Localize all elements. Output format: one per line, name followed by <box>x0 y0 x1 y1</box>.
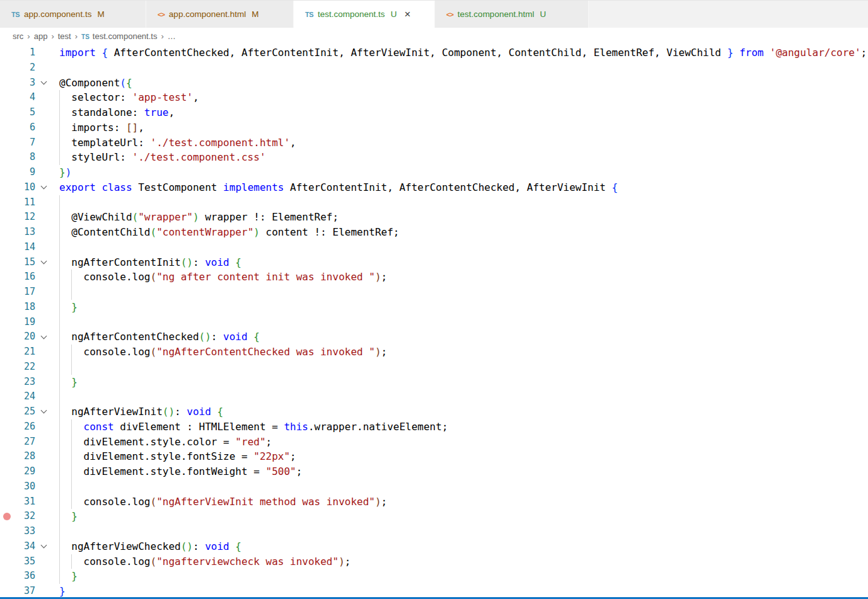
chevron-down-icon[interactable] <box>40 258 47 264</box>
code-content[interactable] <box>52 285 868 300</box>
code-content[interactable]: ngAfterViewInit(): void { <box>52 404 868 419</box>
line-number[interactable]: 9 <box>16 165 35 180</box>
breakpoint-gutter[interactable] <box>0 539 16 554</box>
breakpoint-gutter[interactable] <box>0 509 16 524</box>
line-number[interactable]: 8 <box>16 150 35 165</box>
code-content[interactable] <box>52 195 868 210</box>
breakpoint-gutter[interactable] <box>0 494 16 510</box>
code-content[interactable]: divElement.style.fontWeight = "500"; <box>52 464 868 479</box>
line-number[interactable]: 24 <box>16 389 35 404</box>
fold-gutter[interactable] <box>35 255 52 270</box>
code-content[interactable]: @ViewChild("wrapper") wrapper !: Element… <box>52 210 868 225</box>
breakpoint-gutter[interactable] <box>0 464 16 479</box>
line-number[interactable]: 17 <box>16 285 35 300</box>
code-content[interactable]: } <box>52 509 868 524</box>
line-number[interactable]: 20 <box>16 329 35 345</box>
breakpoint-gutter[interactable] <box>0 479 16 494</box>
code-content[interactable]: ngAfterContentInit(): void { <box>52 255 868 270</box>
line-number[interactable]: 18 <box>16 300 35 315</box>
code-content[interactable]: styleUrl: './test.component.css' <box>52 150 868 165</box>
fold-gutter[interactable] <box>35 76 52 91</box>
code-content[interactable]: import { AfterContentChecked, AfterConte… <box>52 45 868 60</box>
breakpoint-gutter[interactable] <box>0 60 16 76</box>
breakpoint-gutter[interactable] <box>0 76 16 91</box>
code-content[interactable]: @Component({ <box>52 76 868 91</box>
breakpoint-gutter[interactable] <box>0 210 16 225</box>
breakpoint-gutter[interactable] <box>0 150 16 165</box>
line-number[interactable]: 1 <box>16 45 35 60</box>
code-content[interactable] <box>52 524 868 539</box>
line-number[interactable]: 25 <box>16 404 35 419</box>
breakpoint-gutter[interactable] <box>0 345 16 360</box>
line-number[interactable]: 32 <box>16 509 35 524</box>
chevron-down-icon[interactable] <box>40 408 47 414</box>
line-number[interactable]: 4 <box>16 90 35 105</box>
fold-gutter[interactable] <box>35 329 52 345</box>
breakpoint-gutter[interactable] <box>0 45 16 60</box>
code-content[interactable]: templateUrl: './test.component.html', <box>52 135 868 151</box>
tab-test.component.html[interactable]: <>test.component.htmlU <box>435 1 589 28</box>
code-content[interactable]: } <box>52 569 868 584</box>
code-content[interactable]: standalone: true, <box>52 105 868 120</box>
line-number[interactable]: 29 <box>16 464 35 479</box>
tab-test.component.ts[interactable]: TStest.component.tsU× <box>294 1 435 28</box>
fold-gutter[interactable] <box>35 539 52 554</box>
line-number[interactable]: 28 <box>16 449 35 464</box>
code-content[interactable]: }) <box>52 165 868 180</box>
line-number[interactable]: 27 <box>16 435 35 450</box>
code-content[interactable] <box>52 479 868 494</box>
line-number[interactable]: 35 <box>16 554 35 569</box>
breadcrumb-item-[interactable]: … <box>168 31 176 41</box>
line-number[interactable]: 10 <box>16 180 35 195</box>
breakpoint-gutter[interactable] <box>0 285 16 300</box>
breakpoint-gutter[interactable] <box>0 135 16 151</box>
breakpoint-gutter[interactable] <box>0 165 16 180</box>
code-content[interactable]: divElement.style.color = "red"; <box>52 435 868 450</box>
breakpoint-gutter[interactable] <box>0 195 16 210</box>
code-content[interactable]: imports: [], <box>52 120 868 135</box>
line-number[interactable]: 16 <box>16 270 35 285</box>
fold-gutter[interactable] <box>35 404 52 419</box>
line-number[interactable]: 21 <box>16 345 35 360</box>
breakpoint-gutter[interactable] <box>0 180 16 195</box>
line-number[interactable]: 11 <box>16 195 35 210</box>
breakpoint-gutter[interactable] <box>0 270 16 285</box>
line-number[interactable]: 22 <box>16 360 35 375</box>
breakpoint-gutter[interactable] <box>0 120 16 135</box>
tab-app.component.ts[interactable]: TSapp.component.tsM <box>0 1 146 28</box>
line-number[interactable]: 6 <box>16 120 35 135</box>
code-content[interactable]: ngAfterContentChecked(): void { <box>52 329 868 345</box>
code-content[interactable] <box>52 60 868 76</box>
tab-app.component.html[interactable]: <>app.component.htmlM <box>146 1 294 28</box>
breakpoint-gutter[interactable] <box>0 105 16 120</box>
breakpoint-gutter[interactable] <box>0 329 16 345</box>
chevron-down-icon[interactable] <box>40 78 47 84</box>
line-number[interactable]: 34 <box>16 539 35 554</box>
breakpoint-gutter[interactable] <box>0 524 16 539</box>
code-content[interactable]: @ContentChild("contentWrapper") content … <box>52 225 868 240</box>
code-content[interactable]: console.log("ng after content init was i… <box>52 270 868 285</box>
breakpoint-gutter[interactable] <box>0 375 16 390</box>
line-number[interactable]: 30 <box>16 479 35 494</box>
line-number[interactable]: 5 <box>16 105 35 120</box>
code-content[interactable] <box>52 240 868 255</box>
breakpoint-gutter[interactable] <box>0 435 16 450</box>
code-content[interactable] <box>52 389 868 404</box>
breakpoint-gutter[interactable] <box>0 90 16 105</box>
breakpoint-gutter[interactable] <box>0 449 16 464</box>
chevron-down-icon[interactable] <box>40 542 47 549</box>
code-content[interactable]: ngAfterViewChecked(): void { <box>52 539 868 554</box>
breakpoint-gutter[interactable] <box>0 240 16 255</box>
code-content[interactable]: console.log("ngAfterViewInit method was … <box>52 494 868 510</box>
breakpoint-gutter[interactable] <box>0 315 16 330</box>
code-content[interactable]: } <box>52 375 868 390</box>
fold-gutter[interactable] <box>35 180 52 195</box>
line-number[interactable]: 26 <box>16 419 35 435</box>
line-number[interactable]: 23 <box>16 375 35 390</box>
code-content[interactable]: const divElement : HTMLElement = this.wr… <box>52 419 868 435</box>
code-content[interactable] <box>52 315 868 330</box>
code-content[interactable]: console.log("ngAfterContentChecked was i… <box>52 345 868 360</box>
line-number[interactable]: 12 <box>16 210 35 225</box>
breakpoint-gutter[interactable] <box>0 419 16 435</box>
breakpoint-dot[interactable] <box>3 513 11 520</box>
